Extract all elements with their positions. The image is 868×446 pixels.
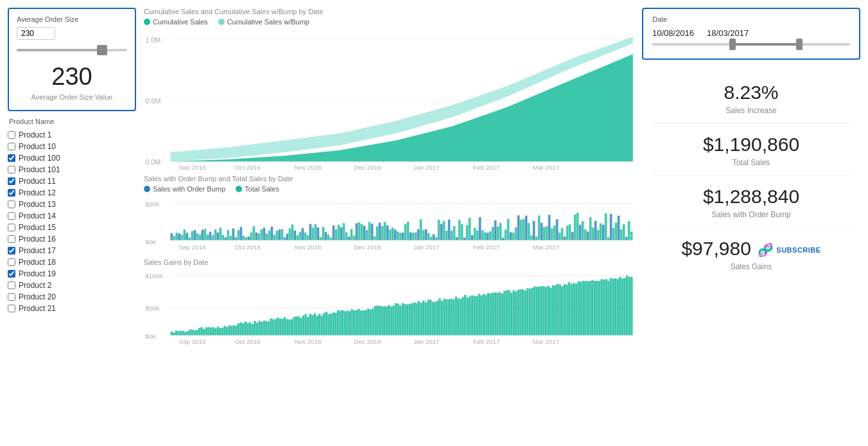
svg-rect-354 [503,290,505,335]
product-checkbox[interactable] [8,293,15,301]
product-checkbox[interactable] [8,131,15,139]
product-checkbox[interactable] [8,305,15,312]
svg-rect-238 [235,325,237,335]
svg-rect-165 [551,229,553,240]
avg-order-slider[interactable] [17,49,127,51]
product-checkbox[interactable] [8,235,15,243]
svg-rect-339 [469,296,471,335]
svg-rect-237 [233,325,235,335]
chart-sales-bump: Sales with Order Bump and Total Sales by… [144,175,634,253]
chart-gains-title: Sales Gains by Date [144,258,634,266]
kpi-value-sales-gains: $97,980 [681,238,751,260]
subscribe-button[interactable]: 🧬 SUBSCRIBE [758,242,821,258]
list-item: Product 15 [8,222,136,233]
svg-rect-330 [448,299,450,335]
svg-rect-126 [451,231,453,240]
svg-rect-257 [279,318,281,335]
chart-gains-area: $100K $50K $0K Sep 2016 Oct 2016 Nov 201… [144,269,634,346]
svg-rect-194 [625,237,628,240]
svg-rect-221 [196,330,198,335]
product-checkbox[interactable] [8,270,15,278]
svg-rect-149 [510,233,512,240]
date-thumb-right[interactable] [796,39,803,50]
svg-rect-216 [184,332,186,335]
legend-cumulative-bump: Cumulative Sales w/Bump [218,18,309,26]
product-checkbox[interactable] [8,143,15,150]
svg-rect-114 [420,220,422,240]
svg-text:Feb 2017: Feb 2017 [473,164,499,170]
product-checkbox[interactable] [8,166,15,174]
svg-rect-338 [466,298,468,335]
product-checkbox[interactable] [8,224,15,231]
svg-rect-253 [270,318,272,335]
svg-rect-390 [587,281,589,335]
svg-rect-66 [297,235,299,240]
svg-rect-404 [619,277,621,335]
legend-dot-1 [144,19,150,25]
list-item: Product 2 [8,280,136,291]
svg-rect-407 [626,275,628,335]
legend-dot-2 [218,19,225,25]
svg-rect-307 [395,303,397,335]
svg-rect-86 [348,236,351,240]
svg-rect-76 [322,227,325,240]
date-thumb-left[interactable] [729,39,736,50]
svg-rect-294 [365,310,367,335]
product-checkbox[interactable] [8,281,15,289]
product-checkbox[interactable] [8,154,15,162]
product-checkbox[interactable] [8,247,15,254]
product-checkbox[interactable] [8,189,15,197]
svg-rect-251 [265,321,267,335]
svg-rect-277 [326,312,327,335]
svg-rect-340 [471,295,473,335]
svg-rect-80 [333,226,335,240]
product-checkbox[interactable] [8,258,15,266]
svg-rect-184 [600,224,602,240]
svg-rect-275 [321,316,323,335]
svg-rect-211 [173,332,175,335]
svg-rect-240 [240,322,242,335]
slider-thumb[interactable] [97,45,107,55]
svg-rect-143 [494,220,497,240]
kpi-total-sales: $1,190,860 Total Sales [642,123,860,175]
svg-rect-305 [390,306,392,335]
svg-rect-382 [568,282,570,335]
svg-rect-193 [623,224,625,240]
svg-rect-179 [587,232,589,240]
svg-rect-400 [610,278,612,335]
product-checkbox[interactable] [8,177,15,185]
svg-rect-25 [191,231,193,240]
legend-cumulative-sales: Cumulative Sales [144,18,208,26]
kpi-label-sales-increase: Sales Increase [642,106,860,115]
svg-rect-164 [548,215,551,240]
svg-text:Oct 2016: Oct 2016 [235,164,261,170]
svg-rect-27 [196,233,198,240]
svg-rect-256 [277,317,279,335]
svg-rect-85 [345,233,348,240]
product-checkbox[interactable] [8,212,15,220]
sales-bump-svg: $20K $0K Sep 2016 Oct 2016 Nov 2016 Dec … [144,197,634,253]
svg-rect-42 [235,237,238,240]
svg-rect-18 [173,236,175,240]
list-item: Product 12 [8,187,136,199]
svg-rect-169 [561,228,564,240]
svg-rect-35 [217,233,220,240]
svg-rect-303 [385,306,387,335]
svg-rect-190 [615,222,618,240]
product-checkbox[interactable] [8,201,15,208]
avg-order-input[interactable] [17,27,55,40]
svg-text:Oct 2016: Oct 2016 [235,337,261,344]
svg-rect-247 [256,323,258,335]
svg-rect-116 [425,229,428,240]
svg-rect-152 [517,215,520,240]
svg-rect-241 [242,323,244,335]
svg-rect-349 [492,292,494,335]
svg-rect-350 [494,292,496,335]
svg-rect-98 [379,223,381,240]
svg-rect-99 [381,226,384,240]
svg-rect-254 [272,319,274,335]
date-slider-track[interactable] [652,43,850,46]
svg-rect-122 [440,224,443,240]
date-filter-title: Date [652,15,850,23]
svg-rect-363 [525,290,526,335]
